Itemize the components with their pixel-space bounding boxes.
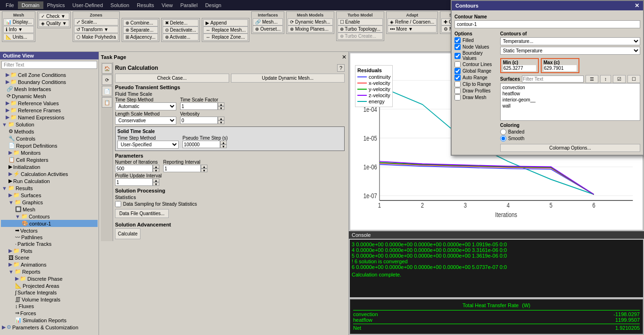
icon-btn-4[interactable]: 📋 [102, 97, 112, 108]
auto-range-checkbox[interactable] [454, 75, 461, 81]
tree-reference-frames[interactable]: ▶ 📁 Reference Frames [1, 107, 98, 114]
refine-coarsen-btn[interactable]: ◈ Refine / Coarsen... [388, 18, 437, 25]
verbosity-spin-up[interactable]: ▲ [218, 117, 224, 120]
reporting-interval-input[interactable] [163, 165, 201, 172]
calculate-btn[interactable]: Calculate [115, 228, 140, 239]
tree-dynamic-mesh[interactable]: ⟳ Dynamic Mesh [1, 92, 98, 100]
tree-calc-activities[interactable]: ▶ ⚡ Calculation Activities [1, 170, 98, 177]
tree-scene[interactable]: 🖼 Scene [1, 254, 98, 261]
delete-btn[interactable]: ✖ Delete... [163, 19, 198, 26]
tree-pathlines[interactable]: 〰 Pathlines [1, 234, 98, 241]
tree-surface-integrals[interactable]: ∫ Surface Integrals [1, 289, 98, 296]
tree-graphics[interactable]: ▼ 📁 Graphics [1, 199, 98, 206]
pseudo-spin-up[interactable]: ▲ [220, 141, 227, 144]
tree-contours[interactable]: ▼ 📁 Contours [1, 213, 98, 220]
tree-simulation-reports[interactable]: 📊 Simulation Reports [1, 317, 98, 324]
data-sampling-checkbox[interactable] [115, 201, 121, 207]
timestep-method-select[interactable]: Automatic [115, 102, 176, 110]
surface-interior-geom[interactable]: interior-geom__ [502, 97, 639, 103]
menu-parallel[interactable]: Parallel [176, 1, 201, 9]
help-btn[interactable]: ? [337, 64, 345, 72]
surface-uncheck-btn[interactable]: ☐ [627, 75, 640, 83]
tree-named-expressions[interactable]: ▶ 📁 Named Expressions [1, 114, 98, 121]
tree-animations[interactable]: ▶ 📁 Animations [1, 261, 98, 268]
data-file-quantities-btn[interactable]: Data File Quantities... [115, 209, 169, 218]
tree-boundary-cond[interactable]: ▶ 📁 Boundary Conditions [1, 78, 98, 85]
timescale-spin-down[interactable]: ▼ [218, 106, 224, 110]
tree-initialization[interactable]: ▶ Initialization [1, 163, 98, 170]
max-input[interactable] [544, 65, 577, 71]
pseudo-timestep-input[interactable] [182, 141, 220, 148]
menu-file[interactable]: File [2, 1, 18, 9]
enable-btn[interactable]: ☐ Enable [338, 18, 383, 25]
surface-wall[interactable]: wall [502, 103, 639, 109]
banded-radio[interactable] [500, 129, 506, 135]
update-dynamic-mesh-btn[interactable]: Update Dynamic Mesh... [231, 74, 345, 83]
replace-mesh-btn[interactable]: ↔ Replace Mesh... [203, 26, 248, 34]
pseudo-spin-down[interactable]: ▼ [220, 144, 227, 148]
report-spin-up[interactable]: ▲ [201, 165, 207, 168]
replace-zone-btn[interactable]: ↔ Replace Zone... [203, 34, 248, 41]
tree-forces[interactable]: ⇒ Forces [1, 310, 98, 317]
tree-surfaces[interactable]: ▶ 📁 Surfaces [1, 192, 98, 199]
length-scale-select[interactable]: Conservative [115, 117, 176, 125]
surfaces-filter-input[interactable] [522, 75, 584, 83]
surface-sort-btn[interactable]: ↕ [600, 75, 611, 83]
timescale-spin-up[interactable]: ▲ [218, 102, 224, 106]
contour-of-select[interactable]: Temperature... [500, 37, 640, 45]
dynamic-mesh-btn[interactable]: ⟳ Dynamic Mesh... [288, 18, 332, 25]
verbosity-spin-down[interactable]: ▼ [218, 120, 224, 124]
tree-report-definitions[interactable]: 📄 Report Definitions [1, 142, 98, 149]
clip-to-range-checkbox[interactable] [454, 81, 461, 87]
tree-plots[interactable]: ▶ 📁 Plots [1, 247, 98, 254]
adjacency-btn[interactable]: ⊞ Adjacency... [123, 34, 158, 41]
numiter-spin-down[interactable]: ▼ [153, 168, 159, 172]
tree-reports[interactable]: ▼ 📁 Reports [1, 268, 98, 275]
scale-btn[interactable]: ⤢ Scale... [74, 18, 118, 25]
menu-design[interactable]: Design [201, 1, 225, 9]
surface-heatflow[interactable]: heatflow [502, 91, 639, 97]
icon-btn-1[interactable]: 🏠 [102, 63, 112, 74]
surface-filter-btn[interactable]: ☰ [586, 75, 598, 83]
icon-btn-3[interactable]: 📄 [102, 86, 112, 96]
append-btn[interactable]: ▶ Append [203, 19, 248, 26]
contour-lines-checkbox[interactable] [454, 61, 461, 67]
tree-cell-zone[interactable]: ▶ 📁 Cell Zone Conditions [1, 71, 98, 78]
min-input[interactable] [503, 65, 536, 71]
num-iter-input[interactable] [115, 165, 153, 172]
profile-update-input[interactable] [115, 178, 153, 186]
menu-results[interactable]: Results [133, 1, 158, 9]
activate-btn[interactable]: ⊕ Activate... [163, 34, 198, 41]
units-btn[interactable]: 📐 Units... [3, 34, 34, 41]
check-btn[interactable]: ✓ Check ▼ [39, 13, 69, 20]
overset-btn[interactable]: ⊕ Overset... [253, 25, 283, 33]
turbo-topology-btn[interactable]: ⊕ Turbo Topology... [338, 25, 383, 33]
tree-parameters[interactable]: ▶ ⚙ Parameters & Customization [1, 324, 98, 331]
static-temp-select[interactable]: Static Temperature [500, 47, 640, 55]
menu-solution[interactable]: Solution [107, 1, 133, 9]
tree-solution[interactable]: ▼ 📁 Solution [1, 121, 98, 128]
menu-physics[interactable]: Physics [43, 1, 69, 9]
profile-spin-up[interactable]: ▲ [153, 178, 159, 182]
surface-convection[interactable]: convection [502, 84, 639, 91]
filled-checkbox[interactable] [454, 37, 461, 43]
task-pane-close[interactable]: ✕ [342, 54, 347, 60]
tree-reference-values[interactable]: ▶ 📁 Reference Values [1, 100, 98, 107]
menu-view[interactable]: View [158, 1, 177, 9]
profile-spin-down[interactable]: ▼ [153, 182, 159, 186]
filter-input[interactable] [1, 61, 97, 69]
tree-particle-tracks[interactable]: · Particle Tracks [1, 241, 98, 247]
global-range-checkbox[interactable] [454, 68, 461, 74]
make-polyhedra-btn[interactable]: ⬡ Make Polyhedra [74, 34, 118, 41]
solid-timestep-select[interactable]: User-Specified [117, 141, 179, 149]
turbo-create-btn[interactable]: ⊕ Turbo Create... [338, 33, 383, 40]
node-values-checkbox[interactable] [454, 44, 461, 50]
timescale-factor-input[interactable] [180, 102, 218, 110]
check-case-btn[interactable]: Check Case... [115, 74, 229, 83]
tree-contour-1[interactable]: 🎨 contour-1 [1, 220, 98, 227]
tree-discrete-phase[interactable]: ▶ 📁 Discrete Phase [1, 275, 98, 282]
tree-projected-areas[interactable]: 📐 Projected Areas [1, 282, 98, 289]
verbosity-input[interactable] [180, 117, 218, 124]
tree-fluxes[interactable]: ↕ Fluxes [1, 303, 98, 310]
contour-name-input[interactable] [454, 20, 640, 28]
